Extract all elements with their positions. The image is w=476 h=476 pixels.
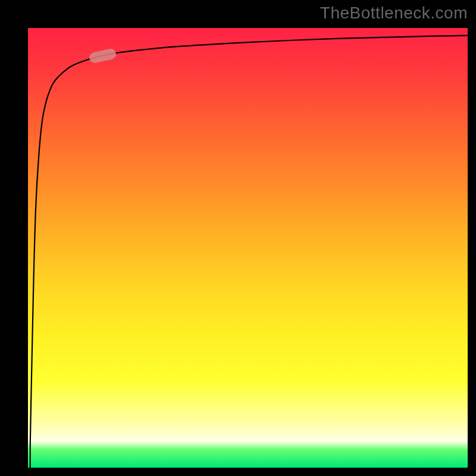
chart-frame: TheBottleneck.com [0,0,476,476]
attribution-text: TheBottleneck.com [320,4,468,23]
plot-area [28,28,468,468]
highlight-pill [89,48,117,64]
bottleneck-curve [30,36,468,468]
curve-layer [28,28,468,468]
